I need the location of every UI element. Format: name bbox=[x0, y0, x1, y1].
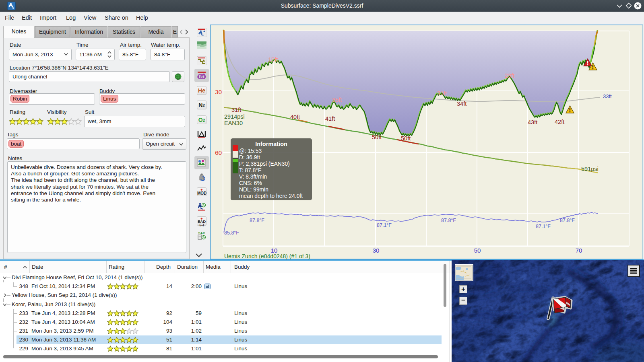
svg-text:60: 60 bbox=[215, 149, 222, 156]
svg-text:50ft: 50ft bbox=[372, 134, 382, 140]
svg-text:31ft: 31ft bbox=[231, 107, 241, 113]
svg-text:43ft: 43ft bbox=[528, 119, 537, 125]
svg-text:Information: Information bbox=[255, 141, 287, 147]
svg-text:@: 15:53: @: 15:53 bbox=[239, 148, 262, 154]
svg-text:NDL: 99min: NDL: 99min bbox=[239, 187, 268, 193]
svg-text:SAC: SAC bbox=[198, 231, 205, 235]
svg-text:50: 50 bbox=[474, 247, 481, 254]
svg-text:42ft: 42ft bbox=[555, 119, 564, 125]
svg-text:23ft: 23ft bbox=[505, 72, 514, 79]
svg-text:87.8°F: 87.8°F bbox=[250, 218, 264, 223]
svg-text:85.8°F: 85.8°F bbox=[224, 230, 239, 236]
svg-text:31ft: 31ft bbox=[437, 90, 447, 97]
svg-text:35ft: 35ft bbox=[332, 97, 342, 103]
svg-text:V: 8.3ft/min: V: 8.3ft/min bbox=[239, 174, 267, 180]
svg-text:mean depth to here 24.0ft: mean depth to here 24.0ft bbox=[239, 193, 303, 199]
svg-text:87.8°F: 87.8°F bbox=[441, 218, 456, 223]
svg-text:591psi: 591psi bbox=[581, 166, 599, 172]
svg-text:CNS: 6%: CNS: 6% bbox=[239, 180, 262, 186]
svg-text:40ft: 40ft bbox=[290, 114, 300, 120]
svg-text:33ft: 33ft bbox=[603, 93, 612, 99]
svg-text:41ft: 41ft bbox=[325, 115, 335, 122]
svg-text:EAN30: EAN30 bbox=[224, 120, 243, 126]
svg-text:50ft: 50ft bbox=[401, 135, 411, 142]
svg-text:30: 30 bbox=[215, 88, 222, 95]
svg-text:T: 87.8°F: T: 87.8°F bbox=[239, 167, 261, 173]
svg-text:34ft: 34ft bbox=[457, 101, 466, 107]
svg-text:2914psi: 2914psi bbox=[224, 113, 245, 120]
svg-text:D: 36.9ft: D: 36.9ft bbox=[239, 154, 260, 160]
svg-text:15ft: 15ft bbox=[268, 56, 278, 63]
svg-text:87.8°F: 87.8°F bbox=[560, 218, 575, 223]
svg-text:P: 2,381psi (EAN30): P: 2,381psi (EAN30) bbox=[239, 161, 290, 167]
svg-text:30: 30 bbox=[373, 247, 380, 254]
svg-text:87.1°F: 87.1°F bbox=[536, 224, 551, 229]
svg-text:70: 70 bbox=[576, 247, 582, 254]
svg-text:Uemis Zurich (e04d0248) (#1 of: Uemis Zurich (e04d0248) (#1 of 3) bbox=[224, 253, 310, 259]
svg-text:87.1°F: 87.1°F bbox=[377, 222, 392, 228]
